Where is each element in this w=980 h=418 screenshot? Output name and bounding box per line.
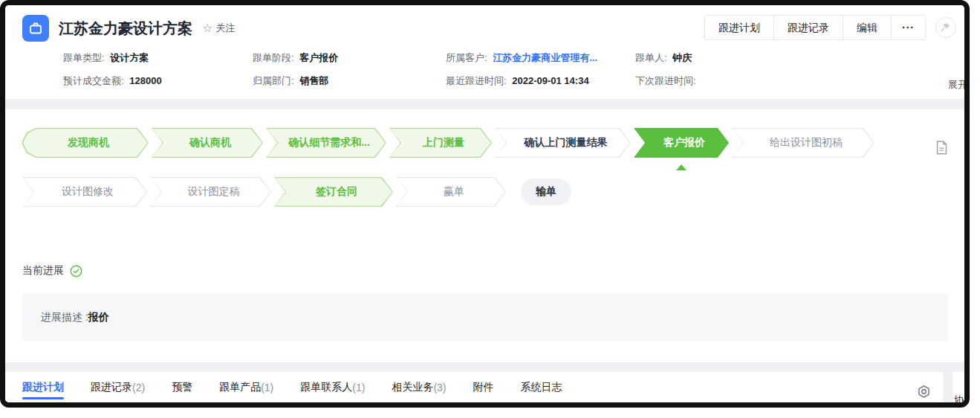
deal-fields: 跟单类型: 设计方案 跟单阶段: 客户报价 所属客户: 江苏金力豪商业管理有..… bbox=[63, 51, 699, 88]
stage-discover-opportunity[interactable]: 发现商机 bbox=[22, 128, 149, 158]
tab-label: 系统日志 bbox=[521, 381, 562, 394]
header-actions: 跟进计划 跟进记录 编辑 ··· bbox=[704, 15, 926, 40]
field-next-followup: 下次跟进时间: bbox=[635, 74, 699, 88]
followup-record-button[interactable]: 跟进记录 bbox=[773, 15, 843, 40]
tab-label: 跟进计划 bbox=[22, 381, 64, 394]
field-value: 2022-09-01 14:34 bbox=[512, 75, 588, 86]
pin-icon bbox=[935, 16, 957, 39]
panel-gutter bbox=[943, 362, 953, 402]
field-value: 设计方案 bbox=[110, 52, 149, 63]
field-label: 预计成交金额: bbox=[63, 75, 124, 86]
field-deal-stage: 跟单阶段: 客户报价 bbox=[253, 51, 446, 65]
briefcase-icon bbox=[28, 21, 43, 36]
tab-label: 跟单产品 bbox=[219, 381, 261, 394]
tab-alerts[interactable]: 预警 bbox=[172, 372, 192, 402]
deal-header: 江苏金力豪设计方案 ☆ 关注 跟进计划 跟进记录 编辑 ··· 跟单类型: 设计… bbox=[5, 5, 964, 99]
progress-desc-label: 进展描述 : bbox=[41, 311, 88, 324]
expand-toggle[interactable]: 展开 bbox=[948, 78, 969, 91]
field-last-followup: 最近跟进时间: 2022-09-01 14:34 bbox=[446, 74, 635, 88]
field-customer: 所属客户: 江苏金力豪商业管理有... bbox=[446, 51, 635, 65]
tab-count: (1) bbox=[261, 382, 273, 393]
field-value: 128000 bbox=[129, 75, 161, 86]
stage-pipeline-row-1: 发现商机 确认商机 确认细节需求和... 上门测量 确认上门测量结果 客户报价 bbox=[22, 128, 874, 158]
progress-description-panel: 进展描述 : 报价 bbox=[22, 294, 948, 341]
stage-label: 赢单 bbox=[444, 185, 464, 199]
stage-label: 签订合同 bbox=[316, 185, 357, 199]
follow-label: 关注 bbox=[215, 22, 235, 35]
stage-label: 设计图定稿 bbox=[188, 185, 240, 199]
current-stage-marker bbox=[676, 164, 687, 170]
tab-count: (1) bbox=[352, 382, 365, 393]
section-divider bbox=[5, 362, 964, 372]
tab-followup-plan[interactable]: 跟进计划 bbox=[22, 372, 64, 402]
detail-tabs-bar: 跟进计划 跟进记录(2) 预警 跟单产品(1) 跟单联系人(1) 相关业务(3)… bbox=[5, 372, 943, 402]
stage-initial-design-draft[interactable]: 给出设计图初稿 bbox=[732, 128, 874, 158]
follow-button[interactable]: ☆ 关注 bbox=[202, 22, 235, 35]
tab-system-log[interactable]: 系统日志 bbox=[521, 372, 562, 402]
current-progress-header: 当前进展 bbox=[22, 264, 82, 277]
tab-label: 跟单联系人 bbox=[300, 381, 352, 394]
field-label: 跟单人: bbox=[635, 52, 667, 63]
tab-label: 相关业务 bbox=[392, 381, 433, 394]
field-value: 客户报价 bbox=[299, 52, 338, 63]
star-icon[interactable]: ☆ bbox=[202, 22, 212, 34]
field-owner: 跟单人: 钟庆 bbox=[635, 51, 699, 65]
tab-related-business[interactable]: 相关业务(3) bbox=[392, 372, 446, 402]
stage-label: 客户报价 bbox=[663, 136, 705, 149]
tab-label: 预警 bbox=[172, 381, 192, 394]
stage-pipeline-row-2: 设计图修改 设计图定稿 签订合同 赢单 输单 bbox=[22, 177, 571, 207]
stage-label: 设计图修改 bbox=[62, 185, 114, 199]
field-deal-type: 跟单类型: 设计方案 bbox=[63, 51, 253, 65]
customer-link[interactable]: 江苏金力豪商业管理有... bbox=[493, 52, 597, 63]
field-label: 最近跟进时间: bbox=[446, 75, 507, 86]
detail-tabs: 跟进计划 跟进记录(2) 预警 跟单产品(1) 跟单联系人(1) 相关业务(3)… bbox=[22, 372, 562, 402]
field-label: 下次跟进时间: bbox=[635, 75, 696, 86]
stage-design-final[interactable]: 设计图定稿 bbox=[150, 177, 271, 207]
tab-settings-button[interactable] bbox=[917, 385, 931, 402]
progress-desc-value: 报价 bbox=[88, 311, 109, 324]
crm-deal-detail-window: 江苏金力豪设计方案 ☆ 关注 跟进计划 跟进记录 编辑 ··· 跟单类型: 设计… bbox=[0, 0, 970, 408]
pin-button[interactable] bbox=[935, 16, 957, 39]
tab-count: (3) bbox=[433, 382, 446, 393]
field-value: 钟庆 bbox=[672, 52, 692, 63]
stage-confirm-opportunity[interactable]: 确认商机 bbox=[152, 128, 263, 158]
edit-button[interactable]: 编辑 bbox=[843, 15, 892, 40]
stage-won[interactable]: 赢单 bbox=[396, 177, 506, 207]
document-icon bbox=[935, 141, 948, 155]
title-row: 江苏金力豪设计方案 ☆ 关注 bbox=[22, 15, 235, 42]
collapsed-side-panel[interactable]: 协 bbox=[953, 372, 964, 402]
gear-icon bbox=[917, 385, 931, 399]
field-label: 归属部门: bbox=[253, 75, 294, 86]
stage-customer-quote-current[interactable]: 客户报价 bbox=[634, 128, 729, 158]
followup-plan-button[interactable]: 跟进计划 bbox=[704, 15, 774, 40]
stage-lost-pill[interactable]: 输单 bbox=[521, 179, 571, 205]
field-label: 跟单阶段: bbox=[253, 52, 294, 63]
field-value: 销售部 bbox=[299, 75, 328, 86]
stage-label: 发现商机 bbox=[68, 136, 109, 149]
stage-onsite-measure[interactable]: 上门测量 bbox=[389, 128, 492, 158]
field-department: 归属部门: 销售部 bbox=[253, 74, 446, 88]
stage-sign-contract[interactable]: 签订合同 bbox=[274, 177, 393, 207]
stage-label: 输单 bbox=[536, 185, 556, 199]
field-label: 跟单类型: bbox=[63, 52, 105, 63]
stage-confirm-measure-result[interactable]: 确认上门测量结果 bbox=[495, 128, 631, 158]
section-divider bbox=[5, 99, 964, 109]
check-circle-icon[interactable] bbox=[70, 265, 82, 277]
deal-type-icon bbox=[22, 15, 49, 42]
field-label: 所属客户: bbox=[446, 52, 487, 63]
current-progress-title: 当前进展 bbox=[22, 264, 64, 277]
stage-confirm-details[interactable]: 确认细节需求和... bbox=[266, 128, 386, 158]
side-panel-label[interactable]: 协 bbox=[954, 394, 964, 408]
stage-note-button[interactable] bbox=[935, 141, 948, 158]
tab-label: 附件 bbox=[473, 381, 494, 394]
more-actions-button[interactable]: ··· bbox=[891, 15, 926, 40]
tab-deal-products[interactable]: 跟单产品(1) bbox=[219, 372, 273, 402]
tab-followup-records[interactable]: 跟进记录(2) bbox=[91, 372, 145, 402]
stage-label: 上门测量 bbox=[423, 136, 464, 149]
stage-design-revision[interactable]: 设计图修改 bbox=[22, 177, 147, 207]
tab-deal-contacts[interactable]: 跟单联系人(1) bbox=[300, 372, 365, 402]
tab-count: (2) bbox=[132, 382, 145, 393]
stage-label: 确认上门测量结果 bbox=[525, 136, 608, 149]
tab-label: 跟进记录 bbox=[91, 381, 132, 394]
tab-attachments[interactable]: 附件 bbox=[473, 372, 494, 402]
